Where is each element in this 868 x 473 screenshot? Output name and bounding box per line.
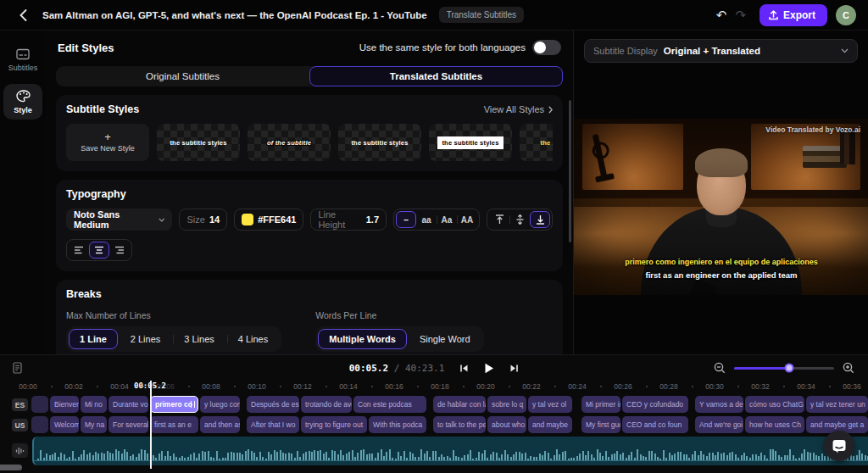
video-preview[interactable]: Video Translated by Vozo.ai primero como… bbox=[574, 119, 868, 295]
font-color-field[interactable]: #FFE641 bbox=[234, 209, 303, 231]
color-swatch[interactable] bbox=[242, 214, 253, 225]
style-preset-1[interactable]: the subtitle styles bbox=[157, 124, 240, 161]
ruler-dot bbox=[371, 386, 373, 387]
max-lines-option-4-lines[interactable]: 4 Lines bbox=[227, 329, 279, 349]
export-button[interactable]: Export bbox=[760, 4, 827, 26]
subtitle-segment[interactable]: With this podca bbox=[369, 416, 426, 433]
align-right-button[interactable] bbox=[109, 242, 130, 259]
previous-frame-button[interactable] bbox=[459, 364, 469, 373]
words-option-multiple-words[interactable]: Multiple Words bbox=[318, 329, 407, 349]
undo-icon[interactable]: ↶ bbox=[716, 8, 727, 23]
subtitle-segment[interactable]: CEO and co foun bbox=[622, 416, 688, 433]
waveform-bar bbox=[208, 451, 209, 460]
audio-waveform[interactable] bbox=[32, 437, 868, 465]
align-top-button[interactable] bbox=[489, 211, 509, 228]
subtitle-segment[interactable]: and maybe bbox=[528, 416, 572, 433]
subtitle-segment[interactable] bbox=[31, 416, 48, 433]
align-middle-button[interactable] bbox=[509, 211, 530, 228]
subtitle-segment[interactable]: y tal vez tener un bbox=[806, 396, 868, 413]
subtitle-segment[interactable]: My first gue bbox=[581, 416, 620, 433]
align-left-button[interactable] bbox=[69, 242, 89, 259]
chat-support-button[interactable] bbox=[824, 431, 854, 461]
playhead[interactable] bbox=[150, 381, 152, 469]
case-option-aa[interactable]: Aa bbox=[437, 211, 457, 228]
vertical-scrollbar[interactable] bbox=[569, 100, 571, 242]
style-preset-5[interactable]: the subtitle s bbox=[520, 124, 553, 161]
waveform-bar bbox=[352, 450, 353, 460]
redo-icon[interactable]: ↷ bbox=[735, 8, 746, 23]
tab-original-subtitles[interactable]: Original Subtitles bbox=[56, 66, 309, 86]
sidebar-item-subtitles[interactable]: Subtitles bbox=[3, 42, 42, 77]
subtitle-segment[interactable]: and then as bbox=[200, 416, 240, 433]
ruler-dot bbox=[783, 386, 785, 387]
section-title: Typography bbox=[66, 188, 553, 200]
zoom-out-icon[interactable] bbox=[714, 362, 726, 374]
subtitle-segment[interactable]: Con este podcas bbox=[353, 396, 426, 413]
subtitle-segment[interactable]: trying to figure out bbox=[301, 416, 367, 433]
align-bottom-button[interactable] bbox=[530, 211, 550, 228]
back-button[interactable] bbox=[10, 3, 36, 28]
subtitle-segment[interactable]: Welcome bbox=[50, 416, 79, 433]
subtitle-segment[interactable]: For several bbox=[108, 416, 148, 433]
case-option--[interactable]: – bbox=[396, 211, 416, 228]
view-all-styles-link[interactable]: View All Styles bbox=[484, 104, 553, 114]
subtitle-segment[interactable]: After that I wo bbox=[247, 416, 299, 433]
subtitle-segment[interactable]: y tal vez ol bbox=[528, 396, 572, 413]
timeline-ruler[interactable]: 00:0000:0200:0400:0600:0800:1000:1200:14… bbox=[0, 381, 868, 395]
subtitle-segment[interactable]: primero co bbox=[150, 396, 198, 413]
font-size-field[interactable]: Size 14 bbox=[179, 209, 227, 231]
align-center-button[interactable] bbox=[89, 242, 109, 259]
subtitle-segment[interactable]: to talk to the peo bbox=[433, 416, 486, 433]
top-bar: Sam Altman on AGI, GPT-5, and what's nex… bbox=[0, 0, 868, 31]
subtitle-segment[interactable]: Y vamos a des bbox=[695, 396, 743, 413]
subtitle-segment[interactable]: Durante vo bbox=[108, 396, 148, 413]
avatar[interactable]: C bbox=[836, 5, 856, 25]
style-preset-2[interactable]: of the subtitle bbox=[248, 124, 331, 161]
waveform-bar bbox=[778, 455, 780, 460]
subtitle-segment[interactable]: Mi no bbox=[81, 396, 107, 413]
subtitle-display-dropdown[interactable]: Subtitle Display Original + Translated bbox=[584, 39, 858, 63]
waveform-bar bbox=[865, 455, 866, 460]
subtitle-segment[interactable]: about who bbox=[487, 416, 526, 433]
waveform-bar bbox=[124, 449, 125, 460]
subtitle-segment[interactable]: de hablar con las bbox=[433, 396, 486, 413]
font-family-dropdown[interactable]: Noto Sans Medium bbox=[66, 209, 172, 231]
subtitle-segment[interactable]: how he uses Ch bbox=[745, 416, 804, 433]
subtitle-segment[interactable]: Bienvenid bbox=[50, 396, 79, 413]
waveform-bar bbox=[665, 458, 667, 460]
max-lines-option-1-line[interactable]: 1 Line bbox=[69, 329, 118, 349]
subtitle-segment[interactable]: first as an e bbox=[150, 416, 198, 433]
play-button[interactable] bbox=[484, 363, 494, 374]
waveform-bar bbox=[248, 449, 249, 460]
subtitle-segment[interactable]: y luego con bbox=[200, 396, 240, 413]
subtitle-segment[interactable]: My na bbox=[81, 416, 107, 433]
zoom-in-icon[interactable] bbox=[843, 362, 854, 374]
same-style-toggle[interactable] bbox=[532, 40, 561, 55]
subtitle-segment[interactable]: trotando de averig bbox=[301, 396, 352, 413]
subtitle-segment[interactable]: CEO y cofundado bbox=[622, 396, 688, 413]
subtitle-segment[interactable]: And we're goi bbox=[695, 416, 743, 433]
max-lines-option-2-lines[interactable]: 2 Lines bbox=[120, 329, 171, 349]
subtitle-segment[interactable] bbox=[31, 396, 48, 413]
max-lines-option-3-lines[interactable]: 3 Lines bbox=[173, 329, 225, 349]
save-new-style-button[interactable]: + Save New Style bbox=[66, 124, 149, 161]
case-option-aa[interactable]: AA bbox=[457, 211, 477, 228]
edit-styles-panel: Edit Styles Use the same style for both … bbox=[46, 31, 573, 354]
sidebar-item-style[interactable]: Style bbox=[3, 84, 42, 120]
style-preset-3[interactable]: the subtitle styles bbox=[338, 124, 421, 161]
subtitle-segment[interactable]: Mi primer in bbox=[581, 396, 620, 413]
horizontal-scrollbar[interactable] bbox=[0, 465, 22, 470]
line-height-field[interactable]: Line Height 1.7 bbox=[310, 209, 387, 231]
tab-translated-subtitles[interactable]: Translated Subtitles bbox=[309, 66, 563, 86]
case-option-aa[interactable]: aa bbox=[416, 211, 437, 228]
words-option-single-word[interactable]: Single Word bbox=[409, 329, 481, 349]
next-frame-button[interactable] bbox=[509, 364, 519, 373]
subtitle-segment[interactable]: Después de es bbox=[247, 396, 299, 413]
subtitle-segment[interactable]: sobre lo q bbox=[487, 396, 526, 413]
segment-resize-handle[interactable] bbox=[191, 401, 195, 408]
waveform-bar bbox=[173, 454, 175, 460]
timeline-zoom-slider[interactable] bbox=[734, 367, 834, 370]
subtitle-segment[interactable]: cómo uso ChatG bbox=[745, 396, 804, 413]
style-preset-4[interactable]: the subtitle styles bbox=[429, 124, 512, 161]
audio-waveform-icon[interactable] bbox=[12, 443, 28, 458]
